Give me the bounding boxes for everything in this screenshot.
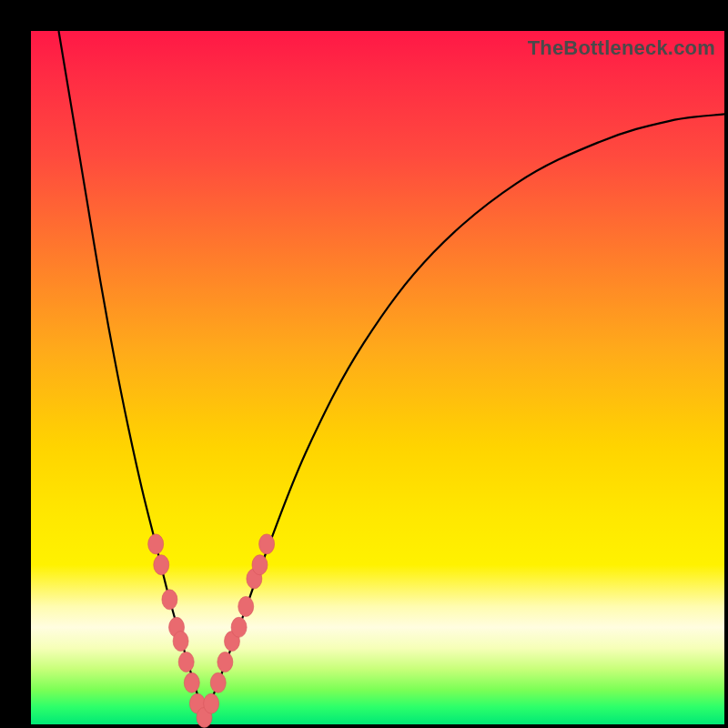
marker-dot: [217, 652, 233, 672]
chart-svg: [31, 31, 724, 724]
marker-dot: [178, 652, 194, 672]
curve-right: [205, 114, 725, 717]
marker-dot: [204, 693, 219, 713]
chart-frame: TheBottleneck.com: [0, 0, 728, 728]
marker-dot: [259, 534, 275, 554]
marker-group: [148, 534, 275, 728]
marker-dot: [238, 596, 254, 616]
curve-left: [58, 31, 204, 717]
marker-dot: [154, 555, 169, 575]
marker-dot: [252, 555, 268, 575]
plot-area: TheBottleneck.com: [31, 31, 724, 724]
marker-dot: [210, 672, 226, 693]
marker-dot: [148, 534, 164, 554]
marker-dot: [162, 590, 177, 610]
marker-dot: [173, 632, 188, 652]
marker-dot: [184, 672, 199, 693]
marker-dot: [231, 617, 247, 637]
